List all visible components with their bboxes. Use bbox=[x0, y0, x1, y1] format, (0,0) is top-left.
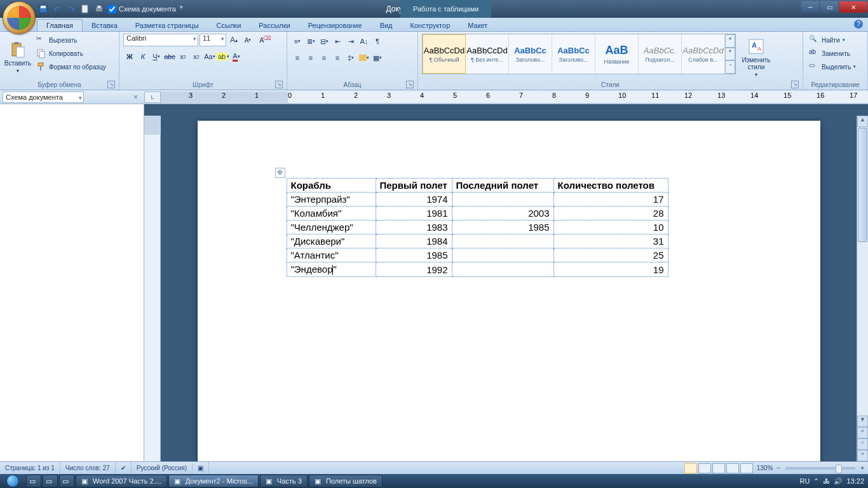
new-icon[interactable] bbox=[80, 4, 90, 14]
tab-references[interactable]: Ссылки bbox=[208, 20, 250, 31]
tab-view[interactable]: Вид bbox=[371, 20, 402, 31]
tray-language[interactable]: RU bbox=[800, 477, 810, 485]
font-color-button[interactable]: A▾ bbox=[230, 50, 243, 63]
table-header[interactable]: Последний полет bbox=[452, 179, 553, 193]
strikethrough-button[interactable]: abc bbox=[163, 50, 176, 63]
decrease-indent-button[interactable]: ⇤ bbox=[331, 35, 344, 48]
tray-icon[interactable]: ⌃ bbox=[813, 477, 819, 485]
vertical-ruler[interactable] bbox=[144, 116, 161, 461]
table-cell[interactable]: 1981 bbox=[376, 207, 452, 220]
nav-pane-selector[interactable]: Схема документа bbox=[3, 92, 84, 103]
status-macro[interactable]: ▣ bbox=[193, 462, 209, 474]
taskbar-quick-launch[interactable]: ▭ bbox=[26, 475, 41, 487]
font-size-combo[interactable]: 11 bbox=[200, 34, 226, 46]
table-row[interactable]: "Энтерпрайз"197417 bbox=[287, 193, 668, 207]
table-cell[interactable]: 2003 bbox=[452, 207, 553, 220]
table-cell[interactable]: "Челленджер" bbox=[287, 220, 376, 234]
tab-selector[interactable]: L bbox=[144, 92, 161, 103]
font-name-combo[interactable]: Calibri bbox=[123, 34, 198, 46]
table-cell[interactable]: 1983 bbox=[376, 220, 452, 234]
vertical-scrollbar[interactable]: ▲ ▼ « ○ » bbox=[857, 116, 868, 461]
find-button[interactable]: 🔍Найти▾ bbox=[807, 34, 858, 46]
style-item[interactable]: AaBbCc.Подзагол... bbox=[639, 34, 682, 74]
superscript-button[interactable]: x2 bbox=[190, 50, 203, 63]
tray-clock[interactable]: 13:22 bbox=[846, 477, 864, 485]
office-button[interactable] bbox=[3, 1, 36, 34]
table-row[interactable]: "Коламбия"1981200328 bbox=[287, 207, 668, 220]
table-cell[interactable]: 25 bbox=[553, 248, 668, 262]
paste-button[interactable]: Вставить ▾ bbox=[4, 34, 32, 81]
tab-home[interactable]: Главная bbox=[37, 19, 83, 31]
line-spacing-button[interactable]: ‡▾ bbox=[344, 51, 357, 64]
zoom-out-button[interactable]: − bbox=[776, 464, 780, 471]
tab-mailings[interactable]: Рассылки bbox=[250, 20, 299, 31]
tray-network-icon[interactable]: 🖧 bbox=[823, 477, 830, 485]
paragraph-launcher[interactable]: ↘ bbox=[406, 81, 414, 88]
format-painter-button[interactable]: Формат по образцу bbox=[34, 60, 108, 73]
show-marks-button[interactable]: ¶ bbox=[371, 35, 384, 48]
tab-insert[interactable]: Вставка bbox=[83, 20, 126, 31]
scroll-thumb[interactable] bbox=[858, 128, 867, 242]
table-cell[interactable]: "Энтерпрайз" bbox=[287, 193, 376, 207]
multilevel-list-button[interactable]: ⊟▾ bbox=[318, 35, 330, 48]
table-header[interactable]: Корабль bbox=[287, 179, 376, 193]
document-table[interactable]: КорабльПервый полетПоследний полетКоличе… bbox=[287, 178, 668, 277]
table-header[interactable]: Количество полетов bbox=[553, 179, 668, 193]
shrink-font-button[interactable]: A▾ bbox=[241, 34, 254, 46]
zoom-slider[interactable] bbox=[785, 467, 855, 470]
table-cell[interactable]: 17 bbox=[553, 193, 668, 207]
style-item[interactable]: AaBbCcЗаголово... bbox=[509, 34, 552, 74]
zoom-level[interactable]: 130% bbox=[757, 464, 773, 471]
status-language[interactable]: Русский (Россия) bbox=[132, 462, 193, 474]
select-button[interactable]: ▭Выделить▾ bbox=[807, 60, 858, 73]
browse-prev-button[interactable]: « bbox=[857, 427, 868, 438]
style-item[interactable]: AaBbCcDd¶ Без инте... bbox=[466, 34, 509, 74]
status-proofing[interactable]: ✔ bbox=[116, 462, 132, 474]
bullets-button[interactable]: ≡▾ bbox=[291, 35, 304, 48]
minimize-button[interactable]: ─ bbox=[801, 1, 819, 13]
tab-page-layout[interactable]: Разметка страницы bbox=[126, 20, 208, 31]
table-row[interactable]: "Эндевор"199219 bbox=[287, 262, 668, 277]
table-cell[interactable]: "Коламбия" bbox=[287, 207, 376, 220]
table-cell[interactable]: "Эндевор" bbox=[287, 262, 376, 277]
taskbar-item[interactable]: ▣Часть 3 bbox=[260, 475, 308, 487]
table-cell[interactable]: 1985 bbox=[452, 220, 553, 234]
tab-table-design[interactable]: Конструктор bbox=[402, 20, 459, 31]
quick-print-icon[interactable] bbox=[94, 4, 104, 14]
style-item[interactable]: AaBbCcDdСлабое в... bbox=[682, 34, 725, 74]
table-row[interactable]: "Челленджер"1983198510 bbox=[287, 220, 668, 234]
status-page[interactable]: Страница: 1 из 1 bbox=[0, 462, 60, 474]
document-map-pane[interactable] bbox=[0, 104, 144, 461]
style-item[interactable]: АаВНазвание bbox=[595, 34, 639, 74]
taskbar-item[interactable]: ▣Документ2 - Micros... bbox=[168, 475, 259, 487]
styles-launcher[interactable]: ↘ bbox=[791, 81, 799, 88]
document-map-checkbox[interactable] bbox=[108, 5, 116, 13]
tab-table-layout[interactable]: Макет bbox=[459, 20, 496, 31]
borders-button[interactable]: ▦▾ bbox=[371, 51, 384, 64]
table-cell[interactable]: "Дискавери" bbox=[287, 234, 376, 248]
gallery-scroll-button[interactable]: ⌄ bbox=[725, 60, 735, 74]
underline-button[interactable]: Ч▾ bbox=[150, 50, 163, 63]
browse-next-button[interactable]: » bbox=[857, 450, 868, 461]
table-cell[interactable]: "Атлантис" bbox=[287, 248, 376, 262]
table-cell[interactable] bbox=[452, 262, 553, 277]
table-header[interactable]: Первый полет bbox=[376, 179, 452, 193]
table-cell[interactable] bbox=[452, 234, 553, 248]
grow-font-button[interactable]: A▴ bbox=[227, 34, 240, 46]
horizontal-ruler[interactable]: 32101234567891011121314151617 bbox=[161, 92, 868, 103]
style-item[interactable]: AaBbCcDd¶ Обычный bbox=[423, 34, 466, 74]
table-cell[interactable]: 10 bbox=[553, 220, 668, 234]
table-cell[interactable] bbox=[452, 248, 553, 262]
redo-icon[interactable] bbox=[66, 4, 76, 14]
numbering-button[interactable]: ≣▾ bbox=[304, 35, 317, 48]
increase-indent-button[interactable]: ⇥ bbox=[344, 35, 357, 48]
table-cell[interactable]: 1974 bbox=[376, 193, 452, 207]
qat-more-icon[interactable]: ▾ bbox=[180, 4, 190, 14]
browse-object-button[interactable]: ○ bbox=[857, 438, 868, 450]
scroll-down-button[interactable]: ▼ bbox=[857, 416, 868, 427]
help-icon[interactable]: ? bbox=[854, 20, 863, 29]
view-print-layout-button[interactable] bbox=[684, 463, 697, 473]
scroll-up-button[interactable]: ▲ bbox=[857, 116, 868, 127]
clear-formatting-button[interactable]: A⌫ bbox=[255, 34, 268, 46]
justify-button[interactable]: ≡ bbox=[331, 51, 344, 64]
